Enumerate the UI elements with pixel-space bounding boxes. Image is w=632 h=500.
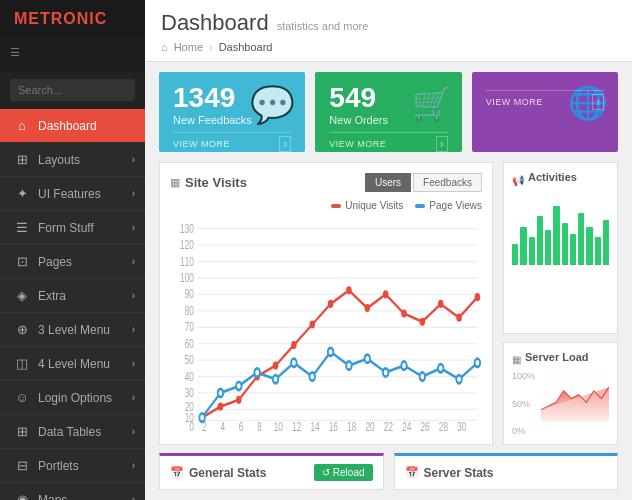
view-more-orders[interactable]: VIEW MORE (329, 139, 386, 149)
tab-users[interactable]: Users (365, 173, 411, 192)
svg-point-63 (291, 359, 297, 367)
sidebar-item-level4[interactable]: ◫ 4 Level Menu › (0, 347, 145, 381)
server-load-panel: ▦ Server Load 100% 50% 0% (503, 342, 618, 445)
bar-10 (586, 227, 592, 266)
bar-9 (578, 213, 584, 266)
extra-footer: VIEW MORE › (486, 90, 604, 113)
server-load-title: Server Load (525, 351, 589, 363)
pages-icon: ⊡ (14, 254, 30, 269)
chart-tabs: Users Feedbacks (365, 173, 482, 192)
stat-card-orders: 🛒 549 New Orders VIEW MORE › (315, 72, 461, 152)
page-views-dot (415, 204, 425, 208)
svg-text:110: 110 (180, 255, 194, 268)
server-load-svg (541, 371, 609, 426)
svg-point-72 (456, 375, 462, 383)
orders-footer: VIEW MORE › (329, 132, 447, 152)
svg-point-46 (273, 361, 279, 369)
svg-text:30: 30 (185, 386, 194, 399)
chevron-right-icon: › (132, 324, 135, 335)
sidebar-item-extra[interactable]: ◈ Extra › (0, 279, 145, 313)
chevron-right-icon: › (132, 154, 135, 165)
level3-icon: ⊕ (14, 322, 30, 337)
activities-bar-chart (512, 195, 609, 265)
page-views-label: Page Views (429, 200, 482, 211)
svg-point-69 (401, 361, 407, 369)
stat-card-extra: 🌐 VIEW MORE › (472, 72, 618, 152)
reload-button[interactable]: ↺ Reload (314, 464, 372, 481)
chevron-right-icon: › (132, 426, 135, 437)
bar-1 (512, 244, 518, 265)
hamburger-icon[interactable]: ☰ (10, 44, 135, 65)
svg-point-66 (346, 361, 352, 369)
line-chart-svg: 130 120 110 100 90 80 70 60 50 40 30 20 … (170, 215, 482, 434)
sidebar-item-level3[interactable]: ⊕ 3 Level Menu › (0, 313, 145, 347)
logo-prefix: METRO (14, 10, 77, 27)
svg-text:22: 22 (384, 421, 393, 434)
form-icon: ☰ (14, 220, 30, 235)
svg-point-68 (383, 368, 389, 376)
maps-icon: ◉ (14, 492, 30, 500)
svg-text:20: 20 (365, 421, 374, 434)
chevron-right-icon: › (132, 222, 135, 233)
tab-feedbacks[interactable]: Feedbacks (413, 173, 482, 192)
search-box (0, 71, 145, 109)
svg-text:90: 90 (185, 288, 194, 301)
stats-cards: 💬 1349 New Feedbacks VIEW MORE › 🛒 549 N… (145, 62, 632, 162)
svg-text:28: 28 (439, 421, 448, 434)
view-more-extra[interactable]: VIEW MORE (486, 97, 543, 107)
search-input[interactable] (10, 79, 135, 101)
sidebar-item-layouts[interactable]: ⊞ Layouts › (0, 143, 145, 177)
svg-point-43 (218, 403, 224, 411)
main-content: Dashboard statistics and more ⌂ Home › D… (145, 0, 632, 500)
chevron-right-icon: › (132, 290, 135, 301)
server-load-chart (541, 371, 609, 426)
svg-text:40: 40 (185, 370, 194, 383)
bar-chart-icon: ▦ (170, 176, 180, 189)
site-visits-panel: ▦ Site Visits Users Feedbacks Unique Vis… (159, 162, 493, 445)
layouts-icon: ⊞ (14, 152, 30, 167)
svg-point-57 (475, 293, 481, 301)
page-header: Dashboard statistics and more ⌂ Home › D… (145, 0, 632, 62)
svg-text:6: 6 (239, 421, 244, 434)
chevron-right-icon: › (132, 392, 135, 403)
nav-label: 4 Level Menu (38, 357, 110, 371)
sidebar-item-pages[interactable]: ⊡ Pages › (0, 245, 145, 279)
chart-legend: Unique Visits Page Views (170, 200, 482, 211)
view-more-feedbacks[interactable]: VIEW MORE (173, 139, 230, 149)
sidebar-item-form-stuff[interactable]: ☰ Form Stuff › (0, 211, 145, 245)
feedbacks-footer: VIEW MORE › (173, 132, 291, 152)
sidebar-item-maps[interactable]: ◉ Maps › (0, 483, 145, 500)
tables-icon: ⊞ (14, 424, 30, 439)
svg-point-70 (420, 372, 426, 380)
breadcrumb-home[interactable]: Home (174, 41, 203, 53)
svg-point-59 (218, 389, 224, 397)
activities-panel: 📢 Activities (503, 162, 618, 334)
svg-text:80: 80 (185, 304, 194, 317)
server-stats-title: Server Stats (424, 466, 494, 480)
sidebar-item-data-tables[interactable]: ⊞ Data Tables › (0, 415, 145, 449)
title-row: Dashboard statistics and more (161, 10, 616, 36)
level4-icon: ◫ (14, 356, 30, 371)
activities-title: Activities (528, 171, 577, 183)
bar-6 (553, 206, 559, 266)
svg-point-65 (328, 348, 334, 356)
chevron-right-icon: › (132, 188, 135, 199)
home-icon: ⌂ (161, 41, 168, 53)
svg-point-56 (456, 314, 462, 322)
breadcrumb-current: Dashboard (219, 41, 273, 53)
sidebar-item-login[interactable]: ☺ Login Options › (0, 381, 145, 415)
charts-row: ▦ Site Visits Users Feedbacks Unique Vis… (159, 162, 618, 445)
nav-label: Login Options (38, 391, 112, 405)
svg-point-61 (254, 368, 260, 376)
svg-text:16: 16 (329, 421, 338, 434)
svg-text:130: 130 (180, 222, 194, 235)
logo-suffix: NIC (77, 10, 108, 27)
sidebar-item-dashboard[interactable]: ⌂ Dashboard (0, 109, 145, 143)
bar-3 (529, 237, 535, 265)
sidebar-item-portlets[interactable]: ⊟ Portlets › (0, 449, 145, 483)
svg-point-54 (420, 318, 426, 326)
feedbacks-label: New Feedbacks (173, 114, 291, 126)
svg-text:50: 50 (185, 354, 194, 367)
bar-12 (603, 220, 609, 266)
sidebar-item-ui-features[interactable]: ✦ UI Features › (0, 177, 145, 211)
